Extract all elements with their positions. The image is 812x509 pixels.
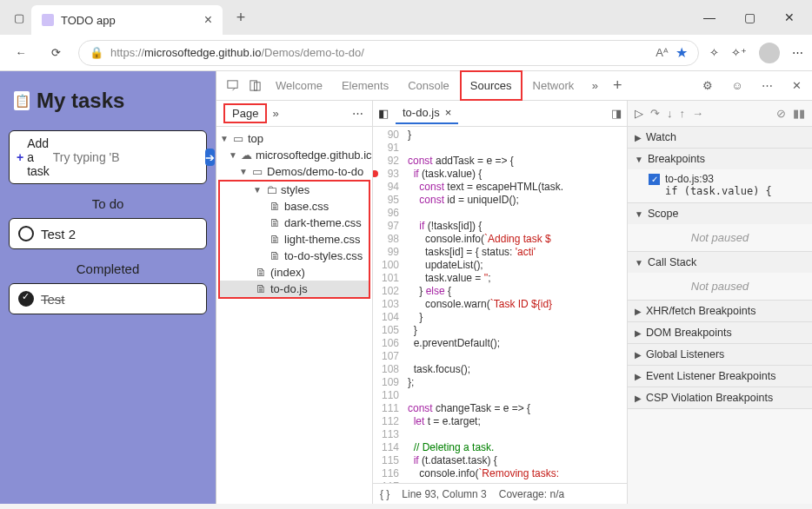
pane-global[interactable]: ▶Global Listeners — [628, 344, 812, 365]
deactivate-bp-icon[interactable]: ⊘ — [776, 107, 786, 120]
refresh-button[interactable]: ⟳ — [43, 41, 68, 65]
tab-network[interactable]: Network — [524, 72, 583, 99]
tree-host[interactable]: ▼☁microsoftedge.github.ic — [216, 147, 372, 163]
page-title: My tasks — [9, 83, 207, 118]
pane-scope[interactable]: ▼Scope — [628, 203, 812, 224]
browser-tab[interactable]: TODO app × — [31, 5, 223, 35]
inspect-icon[interactable] — [222, 76, 243, 96]
tab-title: TODO app — [61, 14, 116, 27]
maximize-icon[interactable]: ▢ — [739, 10, 760, 24]
scope-empty: Not paused — [628, 224, 812, 251]
section-completed: Completed — [9, 261, 207, 276]
devtools-tabstrip: Welcome Elements Console Sources Network… — [216, 71, 812, 101]
step-into-icon[interactable]: ↓ — [667, 107, 673, 120]
url-text: https://microsoftedge.github.io/Demos/de… — [110, 46, 364, 59]
pane-csp[interactable]: ▶CSP Violation Breakpoints — [628, 387, 812, 408]
plus-icon: + — [17, 150, 23, 164]
section-todo: To do — [9, 196, 207, 211]
checkbox-unchecked-icon[interactable] — [18, 226, 34, 241]
tree-folder[interactable]: ▼▭Demos/demo-to-do — [216, 163, 372, 180]
breakpoint-item[interactable]: ✓to-do.js:93 if (task.value) { — [628, 169, 812, 202]
add-task-input[interactable] — [53, 150, 205, 164]
feedback-icon[interactable]: ☺ — [727, 76, 748, 96]
pane-callstack[interactable]: ▼Call Stack — [628, 252, 812, 273]
debugger-pane: ▷ ↷ ↓ ↑ → ⊘ ▮▮ ▶Watch ▼Breakpoints ✓to-d… — [628, 101, 812, 504]
nav-tab-page[interactable]: Page — [223, 103, 267, 123]
minimize-icon[interactable]: — — [699, 10, 720, 24]
tree-file[interactable]: 🗎(index) — [220, 264, 369, 281]
editor-status-bar: { } Line 93, Column 3 Coverage: n/a — [373, 483, 627, 504]
tabs-list-icon[interactable]: ▢ — [7, 5, 31, 30]
more-tabs-icon[interactable]: » — [584, 76, 605, 96]
code-editor[interactable]: 9091929394959697989910010110210310410510… — [373, 127, 627, 483]
editor-tabs: ◧ to-do.js× ◨ — [373, 101, 627, 127]
callstack-empty: Not paused — [628, 273, 812, 300]
web-page: My tasks + Add a task ➔ To do Test 2 Com… — [0, 71, 216, 504]
tree-file[interactable]: 🗎dark-theme.css — [220, 215, 369, 231]
nav-more-tabs-icon[interactable]: » — [272, 107, 278, 120]
nav-menu-icon[interactable]: ⋯ — [352, 107, 365, 120]
device-icon[interactable] — [244, 76, 265, 96]
step-out-icon[interactable]: ↑ — [680, 107, 686, 120]
file-tree: ▼▭top ▼☁microsoftedge.github.ic ▼▭Demos/… — [216, 127, 372, 302]
task-label-done: Test — [41, 292, 65, 307]
dock-icon[interactable]: ◨ — [611, 107, 622, 120]
tab-welcome[interactable]: Welcome — [267, 72, 331, 99]
tree-top[interactable]: ▼▭top — [216, 130, 372, 147]
svg-rect-0 — [227, 81, 236, 88]
tab-console[interactable]: Console — [399, 72, 458, 99]
menu-icon[interactable]: ⋯ — [792, 46, 803, 59]
file-tab[interactable]: to-do.js× — [396, 102, 458, 124]
navigator-pane: Page » ⋯ ▼▭top ▼☁microsoftedge.github.ic… — [216, 101, 373, 504]
pane-breakpoints[interactable]: ▼Breakpoints — [628, 149, 812, 169]
tree-file[interactable]: 🗎light-theme.css — [220, 231, 369, 248]
close-window-icon[interactable]: ✕ — [779, 10, 800, 24]
browser-toolbar: ← ⟳ 🔒 https://microsoftedge.github.io/De… — [0, 35, 812, 71]
close-tab-icon[interactable]: × — [204, 12, 212, 28]
task-item-done[interactable]: Test — [9, 283, 207, 314]
checkbox-checked-icon[interactable]: ✓ — [649, 174, 660, 185]
pane-event[interactable]: ▶Event Listener Breakpoints — [628, 366, 812, 387]
tree-file-selected[interactable]: 🗎to-do.js — [220, 281, 369, 297]
close-devtools-icon[interactable]: ✕ — [786, 76, 807, 96]
address-bar[interactable]: 🔒 https://microsoftedge.github.io/Demos/… — [78, 40, 699, 66]
task-label: Test 2 — [41, 227, 76, 241]
pane-xhr[interactable]: ▶XHR/fetch Breakpoints — [628, 301, 812, 321]
lock-icon: 🔒 — [90, 46, 103, 59]
tree-styles[interactable]: ▼🗀styles — [220, 182, 369, 198]
sidebar-toggle-icon[interactable]: ◧ — [378, 107, 389, 120]
navigator-tabs: Page » ⋯ — [216, 101, 372, 127]
favicon — [42, 14, 54, 26]
tree-file[interactable]: 🗎to-do-styles.css — [220, 248, 369, 264]
close-file-icon[interactable]: × — [445, 106, 452, 119]
editor-pane: ◧ to-do.js× ◨ 90919293949596979899100101… — [373, 101, 628, 504]
checkbox-checked-icon[interactable] — [18, 291, 34, 307]
add-task-box[interactable]: + Add a task ➔ — [9, 130, 207, 184]
settings-icon[interactable]: ⚙ — [697, 76, 718, 96]
debugger-controls: ▷ ↷ ↓ ↑ → ⊘ ▮▮ — [628, 101, 812, 127]
pause-exc-icon[interactable]: ▮▮ — [793, 107, 805, 120]
reader-icon[interactable]: Aᴬ — [656, 46, 669, 59]
brace-icon[interactable]: { } — [380, 488, 389, 500]
window-titlebar: ▢ TODO app × + — ▢ ✕ — [0, 0, 812, 35]
collections-icon[interactable]: ✧⁺ — [731, 46, 747, 59]
profile-avatar[interactable] — [759, 43, 780, 63]
resume-icon[interactable]: ▷ — [635, 107, 643, 120]
cursor-position: Line 93, Column 3 — [402, 488, 486, 500]
new-tab-button[interactable]: + — [228, 4, 254, 30]
tab-sources[interactable]: Sources — [460, 70, 522, 101]
tab-elements[interactable]: Elements — [333, 72, 397, 99]
clipboard-icon — [14, 91, 30, 110]
favorite-icon[interactable]: ★ — [676, 44, 688, 61]
step-icon[interactable]: → — [692, 107, 703, 120]
pane-watch[interactable]: ▶Watch — [628, 127, 812, 148]
pane-dom[interactable]: ▶DOM Breakpoints — [628, 322, 812, 343]
task-item[interactable]: Test 2 — [9, 218, 207, 249]
submit-task-icon[interactable]: ➔ — [205, 149, 215, 166]
back-button[interactable]: ← — [9, 41, 33, 65]
new-tab-devtools[interactable]: + — [607, 76, 628, 96]
devtools-menu-icon[interactable]: ⋯ — [756, 76, 777, 96]
tree-file[interactable]: 🗎base.css — [220, 198, 369, 215]
step-over-icon[interactable]: ↷ — [650, 107, 660, 120]
extensions-icon[interactable]: ✧ — [709, 46, 719, 59]
